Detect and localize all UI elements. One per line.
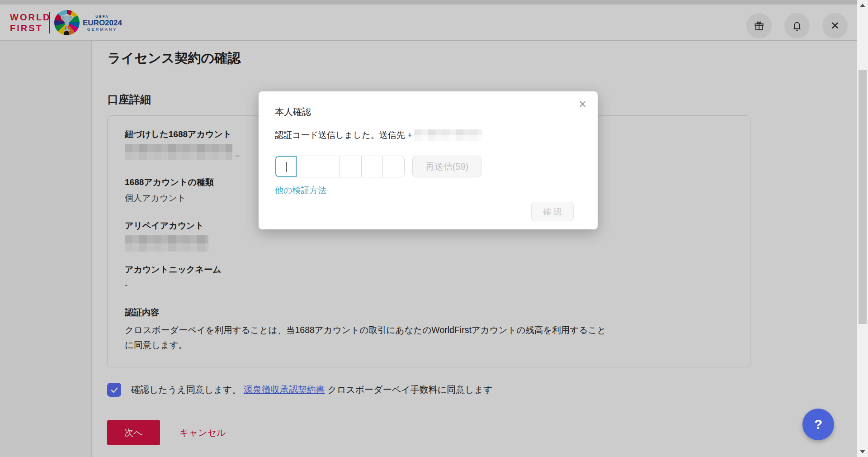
verification-message: 認証コード送信しました。送信先 + (275, 129, 482, 141)
text-caret (286, 162, 287, 172)
identity-verification-modal: ✕ 本人確認 認証コード送信しました。送信先 + 再送信(59) 他の検証方法 … (259, 91, 598, 229)
code-cell-4[interactable] (340, 156, 362, 177)
confirm-button[interactable]: 確 認 (531, 202, 574, 221)
other-verification-methods-link[interactable]: 他の検証方法 (275, 185, 326, 196)
verification-message-text: 認証コード送信しました。送信先 + (275, 129, 412, 141)
scrollbar-thumb[interactable] (859, 70, 867, 324)
browser-scrollbar[interactable] (857, 0, 868, 457)
verification-code-input[interactable] (275, 156, 405, 177)
code-cell-2[interactable] (297, 156, 319, 177)
help-button[interactable]: ? (802, 409, 834, 440)
scrollbar-up-arrow[interactable] (857, 2, 868, 9)
code-cell-3[interactable] (318, 156, 340, 177)
modal-title: 本人確認 (275, 106, 311, 118)
code-cell-6[interactable] (383, 156, 404, 177)
modal-close-icon[interactable]: ✕ (579, 99, 587, 110)
code-cell-5[interactable] (362, 156, 383, 177)
masked-phone-number (414, 129, 482, 141)
question-mark-icon: ? (814, 417, 822, 432)
scrollbar-down-arrow[interactable] (857, 448, 868, 455)
code-cell-1[interactable] (275, 156, 297, 177)
resend-button[interactable]: 再送信(59) (412, 156, 481, 177)
